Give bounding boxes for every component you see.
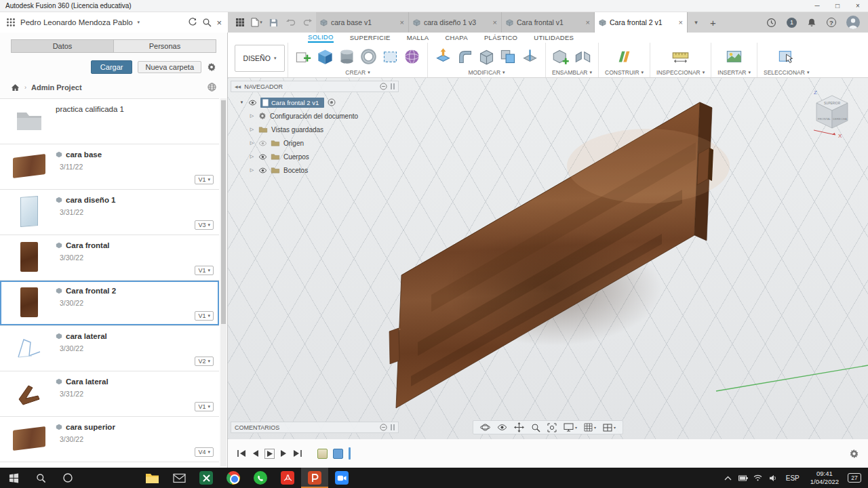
tab-close-icon[interactable]: × (400, 18, 404, 26)
ribbon-group-label[interactable]: CONSTRUIR▾ (605, 69, 644, 76)
panel-grip-handle[interactable] (391, 424, 395, 430)
expander-icon[interactable]: ▷ (249, 167, 255, 173)
ribbon-group-label[interactable]: INSERTAR▾ (717, 69, 751, 76)
powerpoint-icon-active[interactable] (301, 468, 328, 488)
create-box-icon[interactable] (316, 47, 334, 66)
version-badge[interactable]: V3▾ (195, 220, 214, 230)
zoom-icon[interactable] (531, 423, 540, 432)
volume-icon[interactable] (766, 474, 781, 482)
file-menu-icon[interactable]: ▾ (248, 12, 265, 33)
panel-grip-handle[interactable] (391, 83, 395, 89)
ribbon-tab-solido[interactable]: SOLIDO (308, 33, 334, 43)
file-explorer-icon[interactable] (138, 468, 165, 488)
tree-item[interactable]: ▷ Cuerpos (239, 150, 429, 163)
tray-expand-chevron-icon[interactable] (721, 476, 736, 481)
expander-icon[interactable]: ▷ (249, 154, 255, 159)
avatar[interactable] (846, 16, 860, 29)
acrobat-icon[interactable] (274, 468, 301, 488)
eye-icon[interactable] (258, 154, 267, 160)
battery-icon[interactable] (736, 475, 751, 481)
project-name[interactable]: Admin Project (31, 83, 82, 92)
tree-item[interactable]: ▷ Bocetos (239, 163, 429, 177)
timeline-extrude-feature[interactable] (333, 449, 343, 459)
home-icon[interactable] (11, 83, 20, 92)
tree-root-row[interactable]: ▼ Cara frontal 2 v1 (239, 96, 429, 109)
version-badge[interactable]: V2▾ (195, 357, 214, 366)
panel-scrollbar[interactable] (220, 98, 226, 466)
list-item[interactable]: cara base 3/11/22 V1▾ (0, 144, 219, 190)
search-icon[interactable] (202, 18, 212, 27)
user-menu[interactable]: Pedro Leonardo Mendoza Pablo (20, 18, 133, 26)
tab-close-icon[interactable]: × (586, 18, 590, 26)
pan-icon[interactable] (514, 422, 524, 432)
viewport-3d[interactable]: Z SUPERIOR FRONTAL DERECHA X ◀◀ NAVEGADO… (228, 78, 868, 439)
display-settings-icon[interactable]: ▾ (564, 423, 577, 432)
minimize-panel-icon[interactable] (380, 83, 387, 90)
language-indicator[interactable]: ESP (781, 474, 805, 482)
redo-icon[interactable] (299, 12, 316, 33)
expander-icon[interactable]: ▼ (239, 100, 245, 104)
construction-plane-icon[interactable] (615, 47, 633, 66)
globe-icon[interactable] (208, 83, 216, 92)
list-item-selected[interactable]: Cara frontal 2 3/30/22 V1▾ (0, 281, 219, 326)
timeline-settings-gear-icon[interactable] (849, 449, 859, 459)
list-item[interactable]: Cara lateral 3/31/22 V1▾ (0, 371, 219, 417)
clock[interactable]: 09:41 1/04/2022 (805, 470, 844, 487)
start-button[interactable] (0, 468, 27, 488)
split-body-icon[interactable] (521, 47, 539, 66)
timeline-step-forward-icon[interactable] (280, 449, 288, 458)
timeline-sketch-feature[interactable] (317, 449, 328, 459)
version-badge[interactable]: V4▾ (195, 447, 214, 457)
measure-icon[interactable] (671, 47, 690, 66)
viewports-icon[interactable]: ▾ (603, 424, 616, 432)
list-item[interactable]: cara superior 3/30/22 V4▾ (0, 417, 219, 462)
shell-icon[interactable] (477, 47, 496, 66)
cortana-icon[interactable] (54, 468, 81, 488)
new-component-icon[interactable] (552, 47, 570, 66)
data-panel-toggle-icon[interactable] (231, 12, 248, 33)
undo-icon[interactable] (282, 12, 299, 33)
camera-app-icon[interactable] (328, 468, 355, 488)
timeline-step-back-icon[interactable] (252, 449, 259, 458)
view-cube[interactable]: Z SUPERIOR FRONTAL DERECHA X (803, 87, 861, 146)
expander-icon[interactable]: ▷ (249, 113, 255, 119)
save-icon[interactable] (265, 12, 282, 33)
excel-icon[interactable] (193, 468, 220, 488)
tab-datos[interactable]: Datos (12, 40, 113, 52)
help-icon[interactable]: ? (827, 18, 836, 27)
expander-icon[interactable]: ▷ (249, 140, 255, 146)
browser-panel-header[interactable]: ◀◀ NAVEGADOR (231, 81, 399, 92)
grid-settings-icon[interactable]: ▾ (584, 423, 596, 432)
eye-icon[interactable] (258, 167, 267, 174)
tab-close-icon[interactable]: × (493, 18, 497, 26)
wifi-icon[interactable] (751, 474, 766, 481)
close-panel-icon[interactable]: × (216, 18, 222, 28)
tree-item[interactable]: ▷ Vistas guardadas (239, 123, 429, 136)
ribbon-group-label[interactable]: MODIFICAR▾ (468, 69, 505, 76)
ribbon-tab-chapa[interactable]: CHAPA (445, 34, 468, 42)
tree-item[interactable]: ▷ Origen (239, 136, 429, 150)
list-item[interactable]: cara diseño 1 3/31/22 V3▾ (0, 190, 219, 235)
combine-icon[interactable] (499, 47, 517, 66)
app-grid-icon[interactable] (6, 18, 16, 27)
timeline-position-marker[interactable] (349, 447, 351, 460)
expander-icon[interactable]: ▷ (249, 127, 255, 132)
ribbon-tab-plastico[interactable]: PLÁSTICO (484, 34, 517, 42)
ribbon-group-label[interactable]: SELECCIONAR▾ (764, 69, 809, 76)
document-tab[interactable]: cara base v1 × (316, 12, 409, 33)
list-item[interactable]: practica calificada 1 (0, 99, 219, 144)
sync-icon[interactable] (188, 18, 197, 27)
tab-overflow-icon[interactable]: ▾ (688, 12, 705, 33)
panel-settings-gear-icon[interactable] (207, 62, 216, 72)
mail-icon[interactable] (165, 468, 193, 488)
fit-icon[interactable] (547, 423, 557, 432)
select-icon[interactable] (777, 47, 795, 66)
insert-canvas-icon[interactable] (725, 47, 743, 66)
maximize-button[interactable]: □ (827, 0, 848, 12)
create-sketch-icon[interactable] (294, 47, 313, 66)
ribbon-group-label[interactable]: CREAR▾ (345, 69, 370, 76)
create-pattern-icon[interactable] (381, 47, 399, 66)
ribbon-group-label[interactable]: INSPECCIONAR▾ (656, 69, 705, 76)
version-badge[interactable]: V1▾ (195, 402, 214, 411)
taskbar-search-icon[interactable] (27, 468, 54, 488)
